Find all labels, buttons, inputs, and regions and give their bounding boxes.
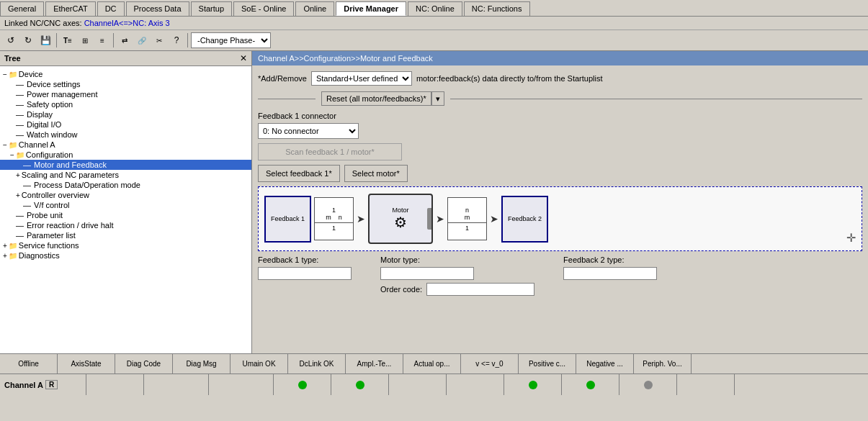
toolbar-refresh2-btn[interactable]: ↻ [20, 32, 36, 48]
status-cell-indicator3 [209, 374, 274, 395]
tree-expand-service[interactable]: + [3, 242, 7, 250]
select-fb1-btn[interactable]: Select feedback 1* [258, 165, 340, 182]
motor-type-input[interactable] [380, 267, 474, 280]
tree-expand-channela[interactable]: − [3, 141, 7, 149]
tree-expand-scaling[interactable]: + [16, 171, 20, 179]
tree-item-service[interactable]: + 📁 Service functions [0, 240, 251, 250]
tree-label-error: Error reaction / drive halt [27, 221, 113, 230]
fb1-label: Feedback 1 [269, 214, 306, 224]
tree-dash-power-mgmt: — [16, 90, 24, 99]
fb1-type-label: Feedback 1 type: [258, 255, 352, 264]
linked-axes-bar: Linked NC/CNC axes: ChannelA<=>NC: Axis … [0, 17, 868, 30]
tree-close-btn[interactable]: ✕ [240, 53, 247, 63]
tree-item-device[interactable]: − 📁 Device [0, 69, 251, 79]
reset-btn[interactable]: Reset (all motor/feedbacks)* [321, 91, 431, 106]
toolbar-link-btn[interactable]: 🔗 [134, 32, 150, 48]
tree-item-configuration[interactable]: − 📁 Configuration [0, 150, 251, 160]
tab-startup[interactable]: Startup [191, 1, 232, 16]
toolbar-cut-btn[interactable]: ✂ [151, 32, 167, 48]
tree-dash-digital-io: — [16, 120, 24, 129]
content-header: Channel A>>Configuration>>Motor and Feed… [252, 51, 868, 65]
indicator-vv0 [529, 381, 537, 389]
reset-dropdown-arrow[interactable]: ▾ [431, 91, 444, 106]
toolbar-help-btn[interactable]: ? [169, 32, 184, 48]
fb2-type-group: Feedback 2 type: [563, 255, 657, 296]
tab-ethercat[interactable]: EtherCAT [45, 1, 95, 16]
scan-btn[interactable]: Scan feedback 1 / motor* [258, 143, 402, 160]
ratio-1c: 1 [465, 225, 469, 232]
tree-label-device-settings: Device settings [27, 80, 81, 89]
tree-label-diagnostics: Diagnostics [19, 251, 60, 260]
reset-line-left [258, 99, 316, 99]
connector-dropdown[interactable]: 0: No connector [258, 123, 359, 139]
toolbar-refresh-btn[interactable]: ↺ [3, 32, 19, 48]
tree-item-safety[interactable]: — Safety option [0, 99, 251, 109]
tree-item-error-reaction[interactable]: — Error reaction / drive halt [0, 220, 251, 230]
tree-item-probe[interactable]: — Probe unit [0, 210, 251, 220]
tree-label-controller: Controller overview [22, 191, 89, 199]
status-hcell-diagcode: Diag Code [115, 354, 173, 374]
order-code-label: Order code: [380, 285, 422, 294]
action-btns-row: Select feedback 1* Select motor* [258, 165, 862, 182]
toolbar-grid-btn[interactable]: ⊞ [77, 32, 93, 48]
status-header-row: Offline AxisState Diag Code Diag Msg Uma… [0, 353, 868, 374]
toolbar-tree-btn[interactable]: T≡ [60, 32, 76, 48]
status-hcell-actualop: Actual op... [403, 354, 461, 374]
tree-expand-device[interactable]: − [3, 71, 7, 78]
status-cell-vv0 [504, 374, 562, 395]
tree-expand-controller[interactable]: + [16, 191, 20, 199]
tree-item-digital-io[interactable]: — Digital I/O [0, 119, 251, 130]
status-channel-cell: Channel A R [0, 374, 86, 395]
phase-dropdown[interactable]: -Change Phase- [191, 32, 271, 48]
tree-item-vf-control[interactable]: — V/f control [0, 200, 251, 210]
toolbar-list-btn[interactable]: ≡ [94, 32, 110, 48]
tab-drive-manager[interactable]: Drive Manager [336, 1, 406, 16]
tree-item-diagnostics[interactable]: + 📁 Diagnostics [0, 250, 251, 261]
fb1-type-input[interactable] [258, 267, 352, 280]
fb2-group: Feedback 2 [501, 196, 548, 243]
tab-online[interactable]: Online [295, 1, 334, 16]
tree-label-service: Service functions [19, 241, 79, 250]
tab-general[interactable]: General [0, 1, 44, 16]
motor-label-text: Motor [392, 207, 408, 214]
tree-expand-diagnostics[interactable]: + [3, 252, 7, 260]
tab-nc-online[interactable]: NC: Online [408, 1, 462, 16]
tree-item-process-data[interactable]: — Process Data/Operation mode [0, 180, 251, 190]
add-remove-dropdown[interactable]: Standard+User defined [311, 71, 412, 86]
feedback1-section: Feedback 1 connector 0: No connector [258, 112, 862, 139]
diagram-area: Feedback 1 1 m n 1 [258, 186, 862, 251]
tree-expand-config[interactable]: − [10, 151, 14, 159]
tree-label-display: Display [27, 110, 53, 119]
linked-axis-link[interactable]: ChannelA<=>NC: Axis 3 [84, 19, 170, 27]
indicator-umain [298, 381, 307, 389]
motor-box: Motor ⚙ [368, 194, 433, 244]
tab-soe-online[interactable]: SoE - Online [233, 1, 294, 16]
toolbar-nav-btn[interactable]: ⇄ [117, 32, 133, 48]
tree-item-controller[interactable]: + Controller overview [0, 190, 251, 200]
tree-item-watch-window[interactable]: — Watch window [0, 130, 251, 140]
fb2-type-input[interactable] [563, 267, 657, 280]
tree-item-channela[interactable]: − 📁 Channel A [0, 140, 251, 150]
tree-item-power-mgmt[interactable]: — Power management [0, 89, 251, 99]
status-hcell-offline: Offline [0, 354, 58, 374]
select-motor-btn[interactable]: Select motor* [344, 165, 408, 182]
motor-type-group: Motor type: Order code: [380, 255, 534, 296]
ratio-row-1b: 1 [332, 225, 336, 232]
tree-item-scaling[interactable]: + Scaling and NC parameters [0, 170, 251, 180]
arrow1: ➤ [357, 213, 365, 225]
fb2-type-label: Feedback 2 type: [563, 255, 657, 264]
tab-nc-functions[interactable]: NC: Functions [464, 1, 530, 16]
tree-label-motor-feedback: Motor and Feedback [34, 160, 107, 169]
tab-dc[interactable]: DC [97, 1, 125, 16]
tab-process-data[interactable]: Process Data [126, 1, 189, 16]
tree-label-device: Device [19, 70, 43, 78]
tree-item-motor-feedback[interactable]: — Motor and Feedback [0, 160, 251, 170]
corner-crosshair[interactable]: ✛ [846, 231, 856, 245]
order-code-input[interactable] [426, 283, 534, 296]
tree-item-display[interactable]: — Display [0, 109, 251, 119]
ratio-box2: n m 1 [447, 197, 487, 240]
toolbar-save-btn[interactable]: 💾 [37, 32, 53, 48]
tree-item-param-list[interactable]: — Parameter list [0, 230, 251, 240]
tree-item-device-settings[interactable]: — Device settings [0, 79, 251, 89]
status-cell-positive [562, 374, 619, 395]
